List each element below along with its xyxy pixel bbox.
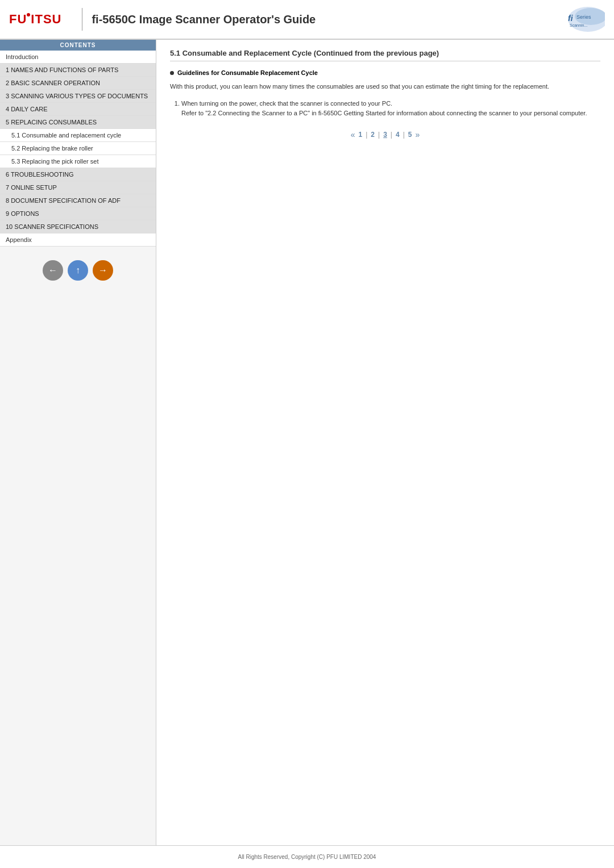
page-title: fi-5650C Image Scanner Operator's Guide <box>92 13 537 26</box>
footer: All Rights Reserved, Copyright (C) PFU L… <box>0 845 614 868</box>
pagination-next-arrows[interactable]: » <box>415 130 420 139</box>
header: FUITSU fi-5650C Image Scanner Operator's… <box>0 0 614 40</box>
pagination-prev-arrows[interactable]: « <box>351 130 355 139</box>
sidebar-item-appendix[interactable]: Appendix <box>0 233 156 247</box>
bullet-icon <box>170 71 174 75</box>
pagination-page-3[interactable]: 3 <box>382 131 388 139</box>
sidebar-item-ch3[interactable]: 3 SCANNING VARIOUS TYPES OF DOCUMENTS <box>0 90 156 103</box>
logo-area: FUITSU <box>9 12 61 27</box>
body-text: With this product, you can learn how man… <box>170 82 600 92</box>
fujitsu-logo: FUITSU <box>9 12 61 27</box>
sidebar-item-ch5[interactable]: 5 REPLACING CONSUMABLES <box>0 116 156 129</box>
svg-text:fi: fi <box>568 14 574 23</box>
sidebar-item-ch5-1[interactable]: 5.1 Consumable and replacement cycle <box>0 129 156 142</box>
guidelines-heading-text: Guidelines for Consumable Replacement Cy… <box>177 69 318 76</box>
pagination-page-5[interactable]: 5 <box>407 131 413 139</box>
pagination-sep-2: | <box>378 131 380 139</box>
sidebar-item-ch8[interactable]: 8 DOCUMENT SPECIFICATION OF ADF <box>0 194 156 207</box>
guidelines-header: Guidelines for Consumable Replacement Cy… <box>170 69 600 76</box>
pagination: « 1 | 2 | 3 | 4 | 5 » <box>170 130 600 139</box>
sidebar-item-ch6[interactable]: 6 TROUBLESHOOTING <box>0 168 156 181</box>
sidebar-item-ch5-2[interactable]: 5.2 Replacing the brake roller <box>0 142 156 155</box>
list-item: When turning on the power, check that th… <box>181 99 600 119</box>
pagination-sep-1: | <box>366 131 367 139</box>
sidebar-item-ch1[interactable]: 1 NAMES AND FUNCTIONS OF PARTS <box>0 64 156 77</box>
nav-forward-button[interactable]: → <box>93 260 113 281</box>
sidebar-item-ch9[interactable]: 9 OPTIONS <box>0 207 156 220</box>
pagination-sep-4: | <box>403 131 405 139</box>
main-layout: CONTENTS Introduction 1 NAMES AND FUNCTI… <box>0 40 614 845</box>
pagination-page-1[interactable]: 1 <box>358 131 364 139</box>
numbered-list: When turning on the power, check that th… <box>181 99 600 119</box>
sidebar-item-ch7[interactable]: 7 ONLINE SETUP <box>0 181 156 194</box>
sidebar-item-intro[interactable]: Introduction <box>0 51 156 64</box>
pagination-page-4[interactable]: 4 <box>395 131 401 139</box>
sidebar-item-ch5-3[interactable]: 5.3 Replacing the pick roller set <box>0 155 156 168</box>
sidebar-item-ch10[interactable]: 10 SCANNER SPECIFICATIONS <box>0 220 156 233</box>
content-area: 5.1 Consumable and Replacement Cycle (Co… <box>156 40 614 845</box>
fi-series-logo: fi Series Scannin... <box>537 5 605 34</box>
sidebar-item-ch4[interactable]: 4 DAILY CARE <box>0 103 156 116</box>
list-item-main: When turning on the power, check that th… <box>181 100 392 107</box>
pagination-page-2[interactable]: 2 <box>370 131 376 139</box>
nav-back-button[interactable]: ← <box>43 260 63 281</box>
header-divider <box>82 8 82 31</box>
content-section-title: 5.1 Consumable and Replacement Cycle (Co… <box>170 49 600 61</box>
copyright-text: All Rights Reserved, Copyright (C) PFU L… <box>238 854 376 860</box>
pagination-sep-3: | <box>391 131 392 139</box>
sidebar-item-ch2[interactable]: 2 BASIC SCANNER OPERATION <box>0 77 156 90</box>
list-item-sub: Refer to "2.2 Connecting the Scanner to … <box>181 110 587 116</box>
sidebar-contents-header: CONTENTS <box>0 40 156 51</box>
svg-text:Scannin...: Scannin... <box>570 23 587 27</box>
svg-text:Series: Series <box>576 14 591 20</box>
sidebar: CONTENTS Introduction 1 NAMES AND FUNCTI… <box>0 40 156 845</box>
sidebar-nav: ← ↑ → <box>0 251 156 290</box>
nav-up-button[interactable]: ↑ <box>68 260 88 281</box>
